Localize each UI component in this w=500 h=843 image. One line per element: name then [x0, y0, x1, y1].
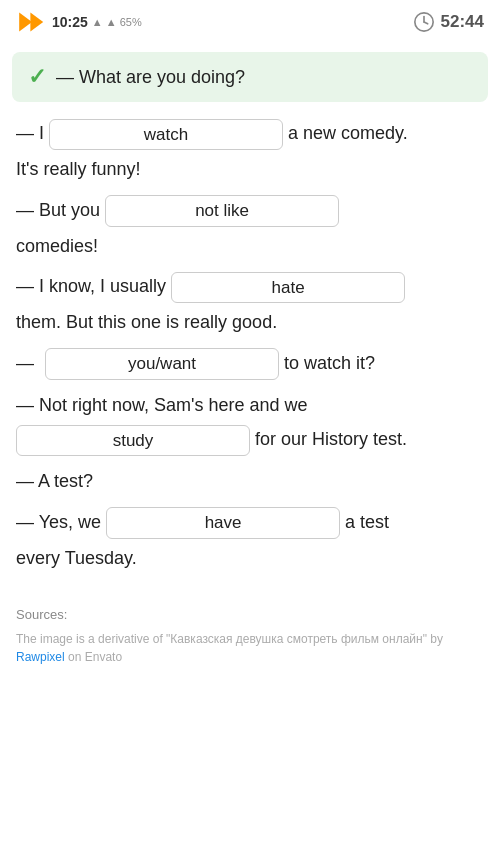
checkmark-icon: ✓ — [28, 64, 46, 90]
status-right: 52:44 — [413, 11, 484, 33]
line-9: every Tuesday. — [16, 543, 484, 574]
svg-marker-0 — [19, 12, 32, 31]
sources-body: The image is a derivative of "Кавказская… — [16, 632, 443, 646]
signal-icons: ▲ ▲ 65% — [92, 16, 142, 28]
line5-prefix: — — [16, 353, 34, 373]
line-4: — I know, I usually — [16, 271, 484, 303]
svg-marker-1 — [30, 12, 43, 31]
line4-suffix: them. But this one is really good. — [16, 312, 277, 332]
input-youwant[interactable] — [45, 348, 279, 380]
content-area: — I a new comedy. It's really funny! — B… — [0, 110, 500, 682]
line-7: — A test? — [16, 466, 484, 497]
line3-suffix: comedies! — [16, 236, 98, 256]
line8-prefix: — Yes, we — [16, 512, 101, 532]
line8-suffix: a test — [345, 512, 389, 532]
line-6: — Not right now, Sam's here and we — [16, 390, 484, 421]
svg-line-4 — [424, 22, 428, 24]
question-block: ✓ — What are you doing? — [12, 52, 488, 102]
line-8: — Yes, we a test — [16, 507, 484, 539]
line-6b: for our History test. — [16, 424, 484, 456]
input-watch[interactable] — [49, 119, 283, 151]
timer-value: 52:44 — [441, 12, 484, 32]
input-hate[interactable] — [171, 272, 405, 304]
input-not-like[interactable] — [105, 195, 339, 227]
status-bar: 10:25 ▲ ▲ 65% 52:44 — [0, 0, 500, 44]
app-icon — [16, 6, 48, 38]
line5-suffix: to watch it? — [284, 353, 375, 373]
line-3: — But you — [16, 195, 484, 227]
line-2: It's really funny! — [16, 154, 484, 185]
line9-text: every Tuesday. — [16, 548, 137, 568]
line2-text: It's really funny! — [16, 159, 141, 179]
sources-link[interactable]: Rawpixel — [16, 650, 65, 664]
line7-text: — A test? — [16, 471, 93, 491]
line-1: — I a new comedy. — [16, 118, 484, 150]
clock-icon — [413, 11, 435, 33]
line1-suffix: a new comedy. — [288, 123, 408, 143]
line-5: — to watch it? — [16, 348, 484, 380]
input-have[interactable] — [106, 507, 340, 539]
input-study[interactable] — [16, 425, 250, 457]
sources-text: The image is a derivative of "Кавказская… — [16, 630, 484, 666]
line6-text: — Not right now, Sam's here and we — [16, 395, 308, 415]
question-text: — What are you doing? — [56, 67, 245, 88]
status-left: 10:25 ▲ ▲ 65% — [16, 6, 142, 38]
line-3b: comedies! — [16, 231, 484, 262]
line6-suffix: for our History test. — [255, 429, 407, 449]
line3-prefix: — But you — [16, 200, 100, 220]
sources-end: on Envato — [68, 650, 122, 664]
line1-prefix: — I — [16, 123, 44, 143]
line4-prefix: — I know, I usually — [16, 276, 166, 296]
line-4b: them. But this one is really good. — [16, 307, 484, 338]
status-time: 10:25 — [52, 14, 88, 30]
sources-label: Sources: — [16, 604, 484, 626]
